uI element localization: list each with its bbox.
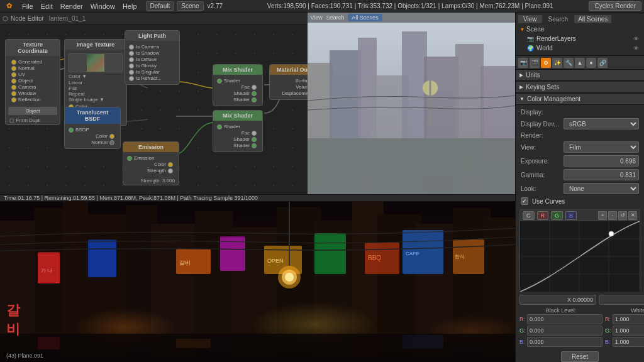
node-translucent-bsdf[interactable]: Translucent BSDF BSDF Color Normal xyxy=(64,107,121,149)
black-g-input[interactable] xyxy=(527,326,602,336)
node-light-path[interactable]: Light Path Is Camera Is Shadow Is Diffus… xyxy=(125,30,180,85)
viewport-search-btn[interactable]: Search xyxy=(326,14,345,21)
world-item[interactable]: 🌍 World 👁 xyxy=(516,43,644,53)
viewport-3d[interactable]: View Search All Scenes xyxy=(308,13,515,195)
menu-help[interactable]: Help xyxy=(119,3,141,10)
tab-view[interactable]: View xyxy=(518,15,542,23)
white-r-input[interactable] xyxy=(613,314,644,324)
render-canvas: 가 나 갈비 OPEN BBQ CAFE 한식 xyxy=(0,202,515,362)
keying-label: Keying Sets xyxy=(526,84,559,90)
coord-x-input[interactable] xyxy=(519,295,596,305)
node-mix-shader-2[interactable]: Mix Shader Shader Fac Shader Shader xyxy=(213,110,263,152)
svg-text:비: 비 xyxy=(6,321,20,337)
black-r-ch: R: xyxy=(519,316,526,322)
node-header-imgtex: Image Texture xyxy=(65,40,126,50)
tab-all-scenes[interactable]: All Scenes xyxy=(574,15,611,23)
color-mgmt-header[interactable]: ▼ Color Management xyxy=(516,94,644,105)
exposure-input[interactable] xyxy=(564,155,639,167)
channel-b[interactable]: B xyxy=(565,211,577,220)
node-editor-canvas[interactable]: Texture Coordinate Generated Normal UV O… xyxy=(0,25,308,194)
physics-icon[interactable]: 🔧 xyxy=(564,58,574,68)
strength-value: Strength: 3.000 xyxy=(123,177,179,185)
world-icon: 🌍 xyxy=(527,45,534,52)
node-material-output[interactable]: Material Output Surface Volume Displacem… xyxy=(269,64,308,100)
display-dev-dropdown[interactable]: sRGB xyxy=(564,118,639,129)
units-header[interactable]: ▶ Units xyxy=(516,70,644,81)
viewport-view-btn[interactable]: View xyxy=(310,14,322,21)
gamma-input[interactable] xyxy=(564,169,639,180)
curve-editor[interactable]: C R G B + - ↺ ✕ xyxy=(519,209,640,291)
keying-header[interactable]: ▶ Keying Sets xyxy=(516,82,644,93)
use-curves-checkbox[interactable]: ✓ xyxy=(521,197,528,205)
particles-icon[interactable]: ✨ xyxy=(552,58,562,68)
gamma-row: Gamma: xyxy=(516,168,644,182)
node-body-mix2: Shader Fac Shader Shader xyxy=(213,121,262,151)
scene-props-icon[interactable]: 🎬 xyxy=(530,58,540,68)
node-emission[interactable]: Emission Emission Color Strength Strengt… xyxy=(123,141,179,185)
white-r-ch: R: xyxy=(605,316,611,322)
world-eye[interactable]: 👁 xyxy=(633,45,639,52)
reset-button[interactable]: Reset xyxy=(561,351,599,362)
color-space-dropdown[interactable]: Color ▼ xyxy=(69,74,123,79)
node-header-mix2: Mix Shader xyxy=(213,111,262,121)
black-r-input[interactable] xyxy=(527,314,602,324)
node-header-lightpath: Light Path xyxy=(125,31,179,41)
obj-data-icon[interactable]: ▲ xyxy=(575,58,585,68)
display-dev-row: Display Dev... sRGB xyxy=(516,117,644,131)
channel-c[interactable]: C xyxy=(523,211,535,220)
curve-delete[interactable]: ✕ xyxy=(628,211,637,220)
render-icon[interactable]: 📷 xyxy=(518,58,528,68)
black-g-ch: G: xyxy=(519,327,526,334)
channel-g[interactable]: G xyxy=(551,211,563,220)
node-texture-coordinate[interactable]: Texture Coordinate Generated Normal UV O… xyxy=(5,39,60,125)
coord-y-input[interactable] xyxy=(599,295,644,305)
gamma-label: Gamma: xyxy=(521,172,564,178)
object-input[interactable]: Object xyxy=(8,107,57,115)
menu-window[interactable]: Window xyxy=(87,3,119,10)
svg-text:갈: 갈 xyxy=(6,302,21,318)
channel-r[interactable]: R xyxy=(537,211,549,220)
white-b-input[interactable] xyxy=(613,337,644,347)
renderlayers-eye[interactable]: 👁 xyxy=(633,36,639,42)
white-g-input[interactable] xyxy=(613,326,644,336)
node-header-matout: Material Output xyxy=(270,65,308,75)
curve-reset[interactable]: ↺ xyxy=(618,211,627,220)
curve-zoom-in[interactable]: + xyxy=(598,211,607,220)
constraints-icon[interactable]: 🔗 xyxy=(597,58,608,68)
icon-toolbar: 📷 🎬 ⚙ ✨ 🔧 ▲ ● 🔗 xyxy=(516,56,644,70)
render-layers-item[interactable]: 📷 RenderLayers 👁 xyxy=(516,34,644,43)
view-row: View: Film xyxy=(516,140,644,154)
black-b-input[interactable] xyxy=(527,337,602,347)
main-container: ⬡ Node Editor lantern_01_1 xyxy=(0,13,644,362)
render-svg: 가 나 갈비 OPEN BBQ CAFE 한식 xyxy=(0,202,515,356)
menu-edit[interactable]: Edit xyxy=(37,3,57,10)
color-mgmt-arrow: ▼ xyxy=(519,96,525,102)
curve-zoom-out[interactable]: - xyxy=(608,211,617,220)
black-b-row: B: xyxy=(519,337,602,347)
node-mix-shader-1[interactable]: Mix Shader Shader Fac Shader Shader xyxy=(213,64,263,106)
active-icon[interactable]: ⚙ xyxy=(541,58,551,68)
engine-selector[interactable]: Cycles Render xyxy=(589,1,641,11)
look-dropdown[interactable]: None xyxy=(564,183,639,194)
curve-svg xyxy=(520,221,640,292)
menu-render[interactable]: Render xyxy=(57,3,87,10)
version-badge: v2.77 xyxy=(204,3,226,9)
scene-icon: ▾ xyxy=(521,26,524,33)
viewport-scenes-btn[interactable]: All Scenes xyxy=(348,14,382,21)
view-dropdown[interactable]: Film xyxy=(564,141,639,153)
node-editor[interactable]: ⬡ Node Editor lantern_01_1 xyxy=(0,13,308,195)
svg-text:갈비: 갈비 xyxy=(179,260,191,266)
scene-tree: View Search All Scenes ▾ Scene 📷 RenderL… xyxy=(516,13,644,56)
svg-rect-51 xyxy=(176,339,211,348)
use-curves-row: ✓ Use Curves xyxy=(516,195,644,207)
tab-search[interactable]: Search xyxy=(545,15,572,23)
single-image-option[interactable]: Single Image ▼ xyxy=(69,97,123,102)
viewport-header: View Search All Scenes xyxy=(308,13,515,23)
menu-file[interactable]: File xyxy=(18,3,37,10)
layout-selector[interactable]: Default xyxy=(146,1,175,11)
scene-selector[interactable]: Scene xyxy=(177,1,203,11)
keying-arrow: ▶ xyxy=(519,84,523,90)
white-r-row: R: xyxy=(605,314,644,324)
material-icon[interactable]: ● xyxy=(586,58,596,68)
svg-point-67 xyxy=(609,231,614,236)
